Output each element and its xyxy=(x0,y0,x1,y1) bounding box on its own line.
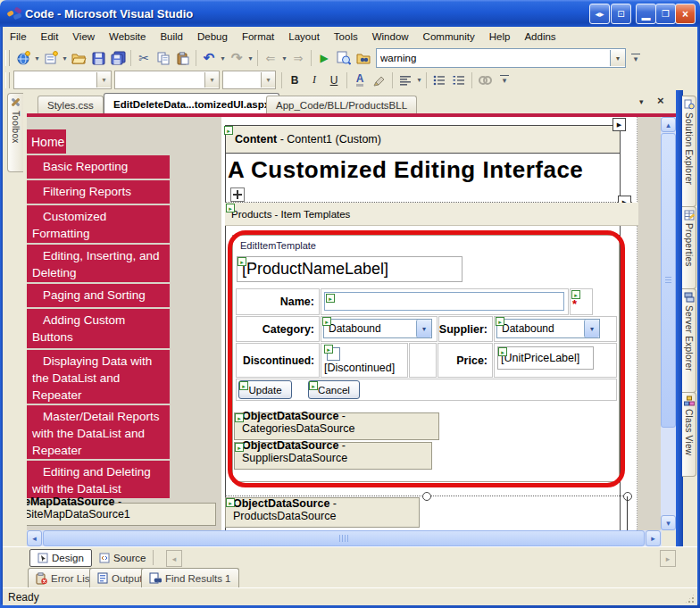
nav-item-filtering-reports[interactable]: Filtering Reports xyxy=(27,180,170,204)
navigate-backward-button[interactable] xyxy=(261,49,280,68)
toolbox-tab[interactable]: Toolbox xyxy=(7,93,23,172)
menu-format[interactable]: Format xyxy=(235,29,281,45)
navigate-forward-button[interactable] xyxy=(288,49,308,68)
nav-home-tab[interactable]: Home xyxy=(27,129,66,154)
font-name-combo[interactable] xyxy=(114,71,220,89)
undo-dropdown[interactable] xyxy=(219,49,227,68)
class-view-tab[interactable]: Class View xyxy=(682,392,696,477)
menu-help[interactable]: Help xyxy=(482,29,518,45)
nav-item-adding-custom-buttons[interactable]: Adding Custom Buttons xyxy=(27,309,170,348)
name-textbox[interactable] xyxy=(324,292,564,311)
nav-item-basic-reporting[interactable]: Basic Reporting xyxy=(27,155,170,179)
productname-label-box[interactable]: [ProductNameLabel] xyxy=(237,256,462,282)
horizontal-scroll-thumb[interactable] xyxy=(43,530,645,546)
toolbar-grip[interactable] xyxy=(5,72,10,88)
new-website-dropdown[interactable] xyxy=(33,49,41,68)
scroll-right-button[interactable]: ▸ xyxy=(646,530,661,546)
tab-close-icon[interactable]: × xyxy=(657,94,664,107)
design-view-tab[interactable]: Design xyxy=(29,549,92,567)
menu-file[interactable]: File xyxy=(3,29,34,45)
scroll-up-button[interactable]: ▴ xyxy=(661,117,676,132)
save-all-button[interactable] xyxy=(108,49,128,68)
solution-explorer-tab[interactable]: Solution Explorer xyxy=(682,96,696,207)
nav-item-customized-formatting[interactable]: Customized Formatting xyxy=(27,205,170,243)
menu-build[interactable]: Build xyxy=(153,29,190,45)
close-button[interactable]: × xyxy=(675,4,696,24)
redo-button[interactable] xyxy=(227,49,246,68)
suppliers-datasource-control[interactable]: ObjectDataSource - SuppliersDataSource xyxy=(234,442,432,470)
find-results-tab[interactable]: Find Results 1 xyxy=(141,568,239,587)
undo-button[interactable] xyxy=(199,49,219,68)
highlight-button[interactable] xyxy=(370,71,389,89)
scroll-down-button[interactable]: ▾ xyxy=(661,515,676,530)
minimize-button[interactable]: ▬ xyxy=(636,4,656,24)
selection-handle[interactable] xyxy=(623,492,632,501)
menu-layout[interactable]: Layout xyxy=(281,29,327,45)
content-smart-tag[interactable] xyxy=(612,118,626,131)
copy-button[interactable] xyxy=(154,49,173,68)
horizontal-scrollbar[interactable]: ◂ ▸ xyxy=(27,530,662,546)
font-size-combo[interactable] xyxy=(222,71,276,89)
menu-edit[interactable]: Edit xyxy=(34,29,66,45)
nav-item-paging-sorting[interactable]: Paging and Sorting xyxy=(27,284,170,307)
maximize-button[interactable]: ❒ xyxy=(655,4,676,24)
open-file-button[interactable] xyxy=(69,49,88,68)
hyperlink-button[interactable] xyxy=(475,71,495,89)
move-handle-icon[interactable] xyxy=(230,187,245,202)
bold-button[interactable] xyxy=(285,71,304,89)
source-view-tab[interactable]: Source xyxy=(92,549,153,567)
add-new-item-button[interactable] xyxy=(41,49,61,68)
start-debug-button[interactable] xyxy=(314,49,334,68)
find-in-files-button[interactable] xyxy=(354,49,373,68)
bullet-list-button[interactable] xyxy=(429,71,449,89)
titlebar-undock-button[interactable]: ⊡ xyxy=(611,4,631,24)
menu-tools[interactable]: Tools xyxy=(327,29,365,45)
properties-tab[interactable]: Properties xyxy=(682,206,696,289)
vertical-scrollbar[interactable]: ▴ ▾ xyxy=(661,117,676,530)
cut-button[interactable] xyxy=(134,49,154,68)
numbered-list-button[interactable] xyxy=(449,71,469,89)
products-datasource-control[interactable]: ObjectDataSource - ProductsDataSource xyxy=(225,497,420,528)
tab-list-dropdown-icon[interactable]: ▾ xyxy=(639,97,644,106)
menu-view[interactable]: View xyxy=(65,29,102,45)
menu-window[interactable]: Window xyxy=(365,29,416,45)
navigate-backward-dropdown[interactable] xyxy=(280,49,288,68)
paste-button[interactable] xyxy=(173,49,193,68)
resize-grip[interactable] xyxy=(684,593,696,604)
nav-item-editing-deleting-datalist[interactable]: Editing and Deleting with the DataList xyxy=(27,461,170,498)
category-dropdown[interactable]: Databound xyxy=(323,319,432,338)
tab-styles-css[interactable]: Styles.css xyxy=(38,96,104,114)
align-button[interactable] xyxy=(396,71,415,89)
new-website-button[interactable] xyxy=(13,49,33,68)
font-color-button[interactable] xyxy=(350,71,370,89)
toolbar-grip[interactable] xyxy=(5,50,10,66)
menu-website[interactable]: Website xyxy=(102,29,153,45)
sitemapdatasource-control[interactable]: eMapDataSource - SiteMapDataSource1 xyxy=(27,503,216,526)
tab-editdeletedatalist-aspx[interactable]: EditDeleteData...tomizedUI.aspx xyxy=(104,93,279,114)
add-new-item-dropdown[interactable] xyxy=(61,49,69,68)
selection-handle[interactable] xyxy=(422,492,431,501)
toolbar-options-chevron[interactable] xyxy=(498,75,511,85)
nav-item-displaying-data[interactable]: Displaying Data with the DataList and Re… xyxy=(27,350,170,404)
server-explorer-tab[interactable]: Server Explorer xyxy=(682,288,696,393)
italic-button[interactable] xyxy=(304,71,324,89)
block-format-combo[interactable] xyxy=(13,71,112,89)
view-in-browser-button[interactable] xyxy=(334,49,354,68)
menu-community[interactable]: Community xyxy=(416,29,482,45)
tab-app-code-productsbll[interactable]: App_Code/BLL/ProductsBLL xyxy=(266,96,417,114)
unitprice-label-box[interactable]: [UnitPriceLabel] xyxy=(497,346,594,370)
find-combo-dropdown[interactable]: ▾ xyxy=(610,50,625,66)
underline-button[interactable] xyxy=(324,71,344,89)
save-button[interactable] xyxy=(88,49,108,68)
titlebar-pane-button[interactable]: ◂▸ xyxy=(589,4,610,24)
nav-item-editing-inserting-deleting[interactable]: Editing, Inserting, and Deleting xyxy=(27,245,170,282)
find-input[interactable] xyxy=(377,53,610,63)
vertical-scroll-thumb[interactable] xyxy=(661,133,676,428)
products-header[interactable]: Products - Item Templates xyxy=(225,203,638,226)
viewbar-scroll-left-button[interactable]: ◂ xyxy=(166,550,182,567)
categories-datasource-control[interactable]: ObjectDataSource - CategoriesDataSource xyxy=(234,412,439,440)
toolbar-options-chevron[interactable] xyxy=(629,54,642,63)
menu-debug[interactable]: Debug xyxy=(190,29,235,45)
align-dropdown[interactable] xyxy=(415,71,423,89)
redo-dropdown[interactable] xyxy=(246,49,254,68)
